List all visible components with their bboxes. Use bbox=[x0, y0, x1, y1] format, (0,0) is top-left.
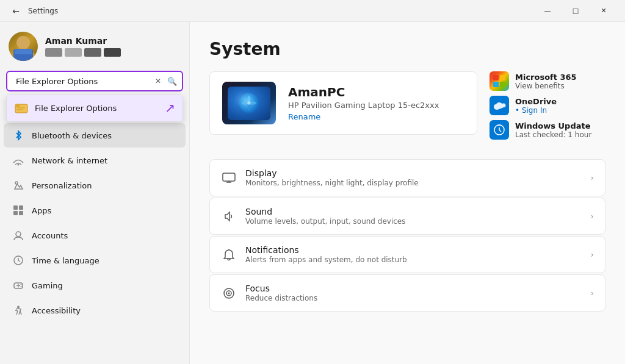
svg-rect-32 bbox=[223, 173, 235, 181]
sidebar-item-accessibility[interactable]: Accessibility bbox=[4, 298, 186, 323]
search-clear-button[interactable]: ✕ bbox=[153, 76, 164, 87]
svg-point-12 bbox=[15, 182, 18, 184]
widget-winupdate-title: Windows Update bbox=[515, 121, 591, 130]
device-image bbox=[222, 82, 276, 124]
sound-chevron-icon: › bbox=[591, 212, 594, 221]
settings-row-notifications[interactable]: NotificationsAlerts from apps and system… bbox=[209, 236, 605, 273]
badge-3 bbox=[84, 48, 101, 57]
widget-onedrive[interactable]: OneDrive• Sign In bbox=[490, 96, 605, 115]
sidebar-item-network[interactable]: Network & internet bbox=[4, 148, 186, 173]
badge-1 bbox=[45, 48, 62, 57]
svg-rect-16 bbox=[19, 211, 23, 215]
search-input[interactable]: File Explorer Options bbox=[16, 77, 149, 86]
personalization-icon bbox=[12, 179, 24, 191]
svg-rect-28 bbox=[500, 75, 505, 80]
right-widgets: Microsoft 365View benefitsOneDrive• Sign… bbox=[490, 71, 605, 147]
time-icon bbox=[12, 254, 24, 266]
display-title: Display bbox=[245, 168, 582, 178]
gaming-icon bbox=[12, 279, 24, 291]
file-explorer-icon bbox=[15, 101, 28, 115]
svg-rect-13 bbox=[13, 205, 18, 210]
titlebar-title: Settings bbox=[28, 7, 533, 15]
bluetooth-icon bbox=[12, 129, 24, 141]
svg-rect-14 bbox=[19, 205, 23, 210]
focus-title: Focus bbox=[245, 284, 582, 293]
sidebar-item-gaming[interactable]: Gaming bbox=[4, 273, 186, 298]
sidebar-item-bluetooth[interactable]: Bluetooth & devices bbox=[4, 123, 186, 148]
settings-row-display[interactable]: DisplayMonitors, brightness, night light… bbox=[209, 159, 605, 196]
device-name: AmanPC bbox=[288, 85, 464, 99]
sidebar-item-label-apps: Apps bbox=[32, 206, 51, 215]
widget-onedrive-icon bbox=[490, 96, 509, 115]
widget-ms365-icon bbox=[490, 71, 509, 91]
user-section[interactable]: Aman Kumar bbox=[0, 22, 189, 67]
notifications-title: Notifications bbox=[245, 245, 582, 255]
suggestion-label: File Explorer Options bbox=[35, 104, 117, 113]
focus-icon bbox=[221, 285, 237, 301]
sound-title: Sound bbox=[245, 207, 582, 216]
sidebar-item-label-accessibility: Accessibility bbox=[32, 306, 81, 315]
close-button[interactable]: ✕ bbox=[590, 0, 618, 22]
notifications-chevron-icon: › bbox=[591, 250, 594, 259]
sidebar: Aman Kumar File Explorer Options ✕ 🔍 bbox=[0, 22, 189, 364]
svg-rect-29 bbox=[493, 82, 499, 87]
minimize-button[interactable]: — bbox=[533, 0, 562, 22]
device-screen bbox=[228, 87, 270, 120]
notifications-text: NotificationsAlerts from apps and system… bbox=[245, 245, 582, 264]
main-layout: Aman Kumar File Explorer Options ✕ 🔍 bbox=[0, 22, 625, 364]
sidebar-item-time[interactable]: Time & language bbox=[4, 248, 186, 273]
sidebar-item-accounts[interactable]: Accounts bbox=[4, 223, 186, 248]
device-rename-link[interactable]: Rename bbox=[288, 112, 320, 121]
widget-onedrive-text: OneDrive• Sign In bbox=[515, 97, 557, 115]
avatar-image bbox=[9, 32, 38, 61]
search-dropdown: File Explorer Options ↗ bbox=[6, 94, 183, 122]
search-suggestion-item[interactable]: File Explorer Options ↗ bbox=[7, 95, 182, 121]
svg-point-24 bbox=[17, 306, 20, 309]
display-icon bbox=[221, 170, 237, 186]
display-subtitle: Monitors, brightness, night light, displ… bbox=[245, 179, 582, 187]
settings-list: DisplayMonitors, brightness, night light… bbox=[209, 159, 605, 312]
back-button[interactable]: ← bbox=[7, 2, 24, 20]
apps-icon bbox=[12, 204, 24, 216]
svg-rect-30 bbox=[500, 82, 505, 87]
sidebar-item-label-bluetooth: Bluetooth & devices bbox=[32, 131, 112, 140]
page-title: System bbox=[209, 39, 605, 59]
search-magnifier-icon[interactable]: 🔍 bbox=[167, 77, 177, 86]
widget-winupdate[interactable]: Windows UpdateLast checked: 1 hour bbox=[490, 120, 605, 140]
svg-rect-6 bbox=[16, 107, 25, 109]
content-area: System bbox=[189, 22, 625, 364]
widget-onedrive-subtitle: • Sign In bbox=[515, 106, 557, 115]
svg-point-37 bbox=[228, 292, 230, 294]
accounts-icon bbox=[12, 229, 24, 241]
widget-winupdate-text: Windows UpdateLast checked: 1 hour bbox=[515, 121, 591, 139]
widget-ms365-subtitle: View benefits bbox=[515, 82, 577, 90]
focus-text: FocusReduce distractions bbox=[245, 284, 582, 302]
focus-chevron-icon: › bbox=[591, 288, 594, 298]
widget-ms365-text: Microsoft 365View benefits bbox=[515, 73, 577, 90]
user-name: Aman Kumar bbox=[45, 36, 121, 46]
badge-4 bbox=[104, 48, 121, 57]
suggestion-icon bbox=[14, 101, 29, 115]
back-icon: ← bbox=[12, 6, 20, 16]
widget-ms365[interactable]: Microsoft 365View benefits bbox=[490, 71, 605, 91]
accessibility-icon bbox=[12, 304, 24, 316]
display-chevron-icon: › bbox=[591, 173, 594, 182]
network-icon bbox=[12, 154, 24, 166]
sidebar-item-label-accounts: Accounts bbox=[32, 231, 68, 240]
device-model: HP Pavilion Gaming Laptop 15-ec2xxx bbox=[288, 101, 464, 110]
sidebar-item-personalization[interactable]: Personalization bbox=[4, 173, 186, 198]
svg-rect-27 bbox=[493, 75, 499, 80]
sidebar-item-apps[interactable]: Apps bbox=[4, 198, 186, 223]
sound-subtitle: Volume levels, output, input, sound devi… bbox=[245, 217, 582, 226]
titlebar: ← Settings — □ ✕ bbox=[0, 0, 625, 22]
settings-row-sound[interactable]: SoundVolume levels, output, input, sound… bbox=[209, 198, 605, 235]
window-controls: — □ ✕ bbox=[533, 0, 618, 22]
search-box[interactable]: File Explorer Options ✕ 🔍 bbox=[6, 71, 183, 91]
sidebar-item-label-gaming: Gaming bbox=[32, 281, 63, 290]
maximize-button[interactable]: □ bbox=[562, 0, 590, 22]
widget-winupdate-subtitle: Last checked: 1 hour bbox=[515, 130, 591, 139]
svg-rect-7 bbox=[16, 109, 23, 110]
settings-row-focus[interactable]: FocusReduce distractions› bbox=[209, 274, 605, 312]
svg-point-22 bbox=[21, 284, 22, 285]
svg-point-1 bbox=[16, 36, 30, 49]
